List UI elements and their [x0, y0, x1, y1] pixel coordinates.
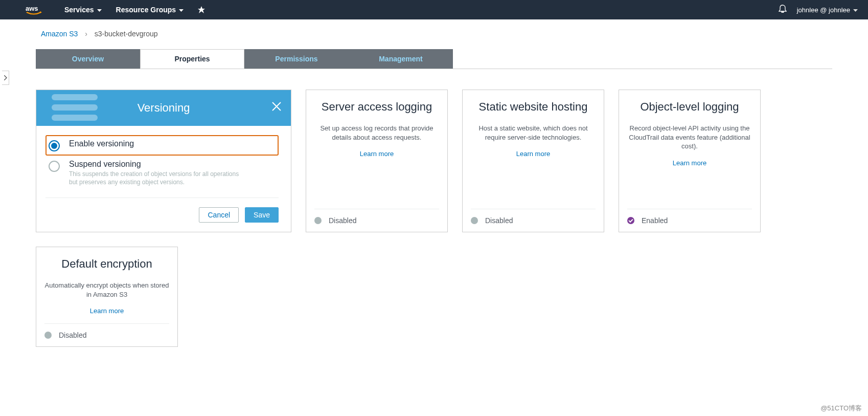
radio-icon: [49, 161, 60, 172]
decoration-icon: [36, 90, 108, 126]
side-panel-toggle[interactable]: [2, 71, 9, 85]
nav-resource-groups-label: Resource Groups: [116, 6, 176, 14]
learn-more-link[interactable]: Learn more: [673, 159, 706, 167]
tabs: Overview Properties Permissions Manageme…: [36, 49, 832, 69]
nav-services-label: Services: [64, 6, 94, 14]
card-static-website-hosting[interactable]: Static website hosting Host a static web…: [462, 90, 604, 232]
chevron-down-icon: [853, 6, 858, 14]
radio-icon: [49, 140, 60, 151]
card-title: Object-level logging: [627, 100, 752, 114]
svg-rect-3: [52, 115, 98, 121]
versioning-header: Versioning: [36, 90, 291, 126]
card-desc: Automatically encrypt objects when store…: [44, 281, 169, 299]
bell-icon: [779, 5, 787, 13]
card-status: Disabled: [314, 209, 439, 232]
status-label: Enabled: [642, 216, 668, 225]
card-versioning-expanded: Versioning Enable versioning: [36, 90, 291, 232]
learn-more-link[interactable]: Learn more: [90, 307, 124, 315]
nav-pin-icon[interactable]: [198, 6, 205, 13]
status-dot-disabled-icon: [44, 332, 52, 339]
card-object-level-logging[interactable]: Object-level logging Record object-level…: [619, 90, 761, 232]
learn-more-link[interactable]: Learn more: [360, 150, 394, 158]
tab-overview[interactable]: Overview: [36, 49, 140, 69]
status-dot-disabled-icon: [471, 217, 478, 224]
card-desc: Set up access log records that provide d…: [314, 124, 439, 142]
chevron-down-icon: [179, 6, 184, 14]
top-nav: aws Services Resource Groups johnlee @ j…: [0, 0, 868, 19]
chevron-down-icon: [97, 6, 102, 14]
svg-rect-2: [52, 104, 98, 111]
status-label: Disabled: [59, 331, 86, 339]
close-icon: [271, 101, 282, 112]
pin-icon: [198, 6, 205, 13]
nav-services[interactable]: Services: [64, 6, 102, 14]
radio-enable-label: Enable versioning: [69, 139, 134, 148]
card-status: Enabled: [627, 209, 752, 232]
versioning-body: Enable versioning Suspend versioning Thi…: [36, 126, 291, 232]
card-status: Disabled: [44, 323, 169, 346]
radio-suspend-versioning[interactable]: Suspend versioning This suspends the cre…: [45, 156, 279, 190]
breadcrumb: Amazon S3 › s3-bucket-devgroup: [36, 19, 832, 49]
tab-management[interactable]: Management: [349, 49, 453, 69]
status-label: Disabled: [485, 216, 513, 225]
breadcrumb-current: s3-bucket-devgroup: [95, 30, 158, 38]
notifications-button[interactable]: [779, 5, 787, 15]
card-title: Server access logging: [314, 100, 439, 114]
user-label: johnlee @ johnlee: [797, 6, 850, 14]
svg-text:aws: aws: [26, 5, 38, 12]
chevron-right-icon: [4, 75, 7, 80]
page-content: Amazon S3 › s3-bucket-devgroup Overview …: [0, 19, 868, 367]
status-label: Disabled: [329, 216, 356, 225]
card-desc: Host a static website, which does not re…: [471, 124, 596, 142]
card-default-encryption[interactable]: Default encryption Automatically encrypt…: [36, 247, 178, 347]
nav-resource-groups[interactable]: Resource Groups: [116, 6, 184, 14]
user-menu[interactable]: johnlee @ johnlee: [797, 6, 858, 14]
card-title: Default encryption: [44, 257, 169, 271]
status-dot-disabled-icon: [314, 217, 322, 224]
tab-permissions[interactable]: Permissions: [244, 49, 349, 69]
radio-suspend-label: Suspend versioning: [69, 160, 243, 169]
chevron-right-icon: ›: [85, 30, 87, 38]
radio-enable-versioning[interactable]: Enable versioning: [45, 135, 279, 156]
close-button[interactable]: [271, 101, 282, 114]
cancel-button[interactable]: Cancel: [199, 207, 239, 223]
card-title: Static website hosting: [471, 100, 596, 114]
versioning-title: Versioning: [138, 101, 190, 115]
tab-properties[interactable]: Properties: [140, 49, 244, 69]
learn-more-link[interactable]: Learn more: [516, 150, 550, 158]
card-server-access-logging[interactable]: Server access logging Set up access log …: [306, 90, 448, 232]
radio-suspend-desc: This suspends the creation of object ver…: [69, 170, 243, 186]
status-dot-enabled-icon: [627, 217, 634, 224]
aws-logo[interactable]: aws: [26, 5, 49, 15]
card-status: Disabled: [471, 209, 596, 232]
properties-cards: Versioning Enable versioning: [36, 69, 832, 367]
card-desc: Record object-level API activity using t…: [627, 124, 752, 151]
save-button[interactable]: Save: [245, 207, 279, 223]
versioning-actions: Cancel Save: [45, 198, 279, 223]
breadcrumb-root[interactable]: Amazon S3: [41, 30, 78, 38]
svg-rect-1: [52, 94, 98, 100]
